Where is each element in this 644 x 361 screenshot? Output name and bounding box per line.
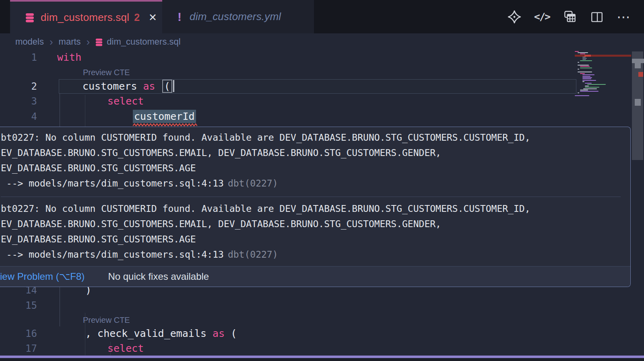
indent-guide [85,95,85,127]
sql-keyword: select [107,343,144,354]
minimap-line [575,95,589,96]
error-location[interactable]: --> models/marts/dim_customers.sql:4:13 [1,249,224,260]
error-message-block: bt0227: No column CUSTOMERID found. Avai… [1,130,630,191]
minimap-line [580,68,592,68]
minimap-line [587,84,606,85]
code-line[interactable]: customerId [133,109,196,124]
minimap-line [583,88,597,89]
error-location-line: --> models/marts/dim_customers.sql:4:13d… [1,176,630,191]
code-line[interactable]: select [107,94,144,109]
minimap-line [578,72,592,72]
minimap-line [580,73,585,74]
minimap-line [578,69,579,70]
codelens-preview-cte[interactable]: Preview CTE [83,316,130,325]
minimap-line [582,76,590,77]
codelens-preview-cte[interactable]: Preview CTE [83,68,130,77]
error-message-line: bt0227: No column CUSTOMERID found. Avai… [1,201,621,216]
sql-text [155,80,161,92]
sql-keyword: select [107,95,144,107]
minimap-line [582,74,594,75]
popup-status-bar: iew Problem (⌥F8) No quick fixes availab… [0,266,630,287]
line-number[interactable]: 4 [0,109,37,124]
line-number[interactable]: 3 [0,94,37,109]
minimap-line [578,62,579,63]
editor-window: dim_customers.sql 2 ✕ ! dim_customers.ym… [0,0,644,361]
sql-text: ( [225,328,237,339]
text-cursor [173,80,174,92]
minimap-line [582,58,587,59]
overview-ruler-mark [638,72,643,77]
line-number[interactable]: 2 [0,79,37,94]
minimap-line [580,91,599,92]
minimap[interactable] [575,46,631,103]
code-line[interactable]: with [57,50,81,65]
minimap-line [580,90,588,90]
minimap-line [582,57,586,57]
error-message-block: bt0227: No column CUSTOMERID found. Avai… [1,197,621,262]
line-number[interactable]: 1 [0,50,37,65]
overview-ruler-mark [635,63,641,68]
sql-keyword: as [143,80,155,92]
error-token-customerId: customerId [133,110,196,123]
view-problem-link[interactable]: iew Problem (⌥F8) [0,271,85,282]
sql-text: ( [162,80,172,93]
minimap-line [578,52,588,53]
sql-keyword: with [57,51,81,63]
error-location[interactable]: --> models/marts/dim_customers.sql:4:13 [1,178,224,189]
error-messages: bt0227: No column CUSTOMERID found. Avai… [0,127,630,262]
code-line[interactable]: select [107,341,144,356]
error-location-line: --> models/marts/dim_customers.sql:4:13d… [1,247,621,262]
code-line[interactable]: customers as ( [83,79,174,94]
error-squiggle-icon [133,123,197,127]
no-quick-fixes-label: No quick fixes available [108,271,209,282]
indent-guide [60,287,60,326]
minimap-line [585,87,599,88]
line-number[interactable]: 16 [0,326,37,341]
panel-resize-accent[interactable] [0,355,644,358]
error-source-code: dbt(0227) [228,178,278,189]
error-message-line: EV_DATABASE.BRUNO.STG_CUSTOMERS.EMAIL, D… [1,145,630,160]
minimap-line [582,78,591,79]
minimap-line [580,60,592,61]
overview-ruler-mark [632,59,644,63]
minimap-line [575,51,579,52]
error-message-line: EV_DATABASE.BRUNO.STG_CUSTOMERS.EMAIL, D… [1,216,621,232]
sql-text: customers [83,80,143,92]
sql-text: , check_valid_emails [85,328,213,339]
error-hover-popup: bt0227: No column CUSTOMERID found. Avai… [0,127,631,287]
minimap-line [580,53,585,54]
line-number[interactable]: 15 [0,298,37,313]
indent-guide [60,94,60,127]
error-message-line: EV_DATABASE.BRUNO.STG_CUSTOMERS.AGE [1,232,621,247]
minimap-line [578,92,579,93]
minimap-line [582,81,584,82]
minimap-line [585,86,589,86]
minimap-line [580,66,590,67]
error-message-line: EV_DATABASE.BRUNO.STG_CUSTOMERS.AGE [1,160,630,176]
code-line[interactable]: , check_valid_emails as ( [85,326,237,341]
error-source-code: dbt(0227) [228,249,278,260]
minimap-line [582,80,596,81]
minimap-line [582,77,592,78]
overview-ruler-mark [635,99,641,106]
minimap-line [585,83,592,84]
minimap-line [582,59,586,60]
line-number[interactable]: 17 [0,341,37,356]
error-message-line: bt0227: No column CUSTOMERID found. Avai… [1,130,630,145]
sql-keyword: as [213,328,225,339]
panel-edge [0,358,644,361]
minimap-line [578,65,589,66]
